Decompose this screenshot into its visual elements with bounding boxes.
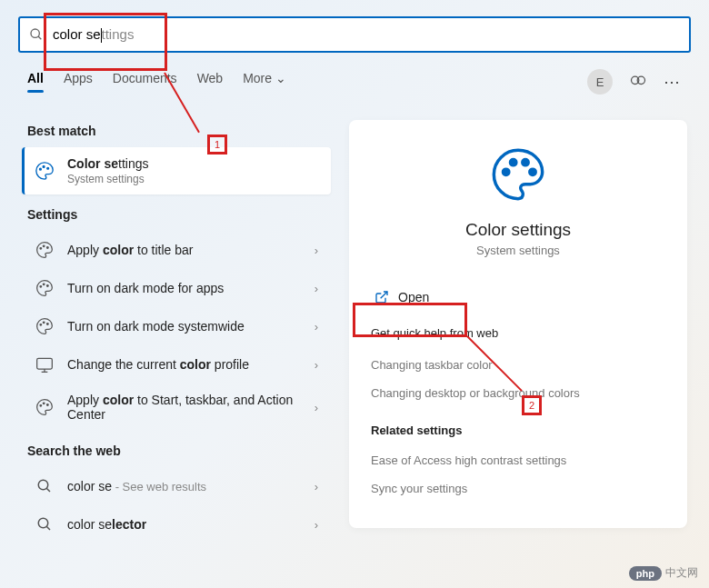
settings-result-item[interactable]: Apply color to title bar›	[22, 231, 331, 269]
svg-point-26	[503, 169, 508, 174]
svg-point-4	[40, 168, 42, 170]
web-result-item[interactable]: color se - See web results›	[22, 467, 331, 505]
svg-point-7	[40, 248, 42, 250]
result-text: Apply color to title bar	[67, 243, 302, 257]
user-avatar[interactable]: E	[587, 69, 613, 95]
svg-point-22	[38, 480, 48, 490]
result-text: color selector	[67, 517, 302, 532]
search-icon	[29, 27, 44, 42]
open-button[interactable]: Open	[371, 283, 665, 312]
svg-point-20	[43, 403, 45, 404]
result-text: Apply color to Start, taskbar, and Actio…	[67, 393, 302, 422]
related-settings-title: Related settings	[371, 424, 665, 437]
more-options-icon[interactable]: ⋯	[664, 73, 682, 91]
settings-result-item[interactable]: Turn on dark mode systemwide›	[22, 307, 331, 345]
svg-point-15	[47, 324, 49, 325]
best-match-text: Color settings System settings	[67, 156, 318, 185]
chevron-right-icon: ›	[315, 282, 318, 295]
settings-result-item[interactable]: Change the current color profile›	[22, 345, 331, 384]
chevron-down-icon: ⌄	[275, 71, 286, 85]
tab-more[interactable]: More ⌄	[243, 71, 286, 93]
palette-icon	[35, 278, 55, 298]
svg-point-14	[43, 322, 45, 324]
help-link[interactable]: Changing taskbar color	[371, 351, 665, 379]
svg-rect-16	[37, 358, 53, 369]
svg-point-9	[47, 247, 49, 249]
preview-title: Color settings	[371, 220, 665, 240]
web-result-item[interactable]: color selector›	[22, 505, 331, 543]
svg-point-28	[523, 159, 528, 164]
svg-point-11	[43, 284, 45, 285]
tab-all[interactable]: All	[27, 71, 44, 93]
palette-icon	[35, 240, 55, 260]
related-link[interactable]: Sync your settings	[371, 474, 665, 503]
search-input[interactable]: color settings	[53, 26, 134, 43]
chevron-right-icon: ›	[315, 401, 318, 414]
preview-panel: Color settings System settings Open Get …	[349, 120, 687, 528]
svg-line-1	[38, 36, 41, 39]
svg-point-12	[47, 285, 49, 287]
result-text: Change the current color profile	[67, 357, 302, 372]
palette-icon	[35, 397, 55, 417]
svg-point-8	[43, 245, 45, 247]
svg-point-19	[40, 405, 42, 407]
chevron-right-icon: ›	[315, 518, 318, 532]
svg-point-13	[40, 324, 42, 326]
tab-web[interactable]: Web	[197, 71, 224, 93]
watermark: php 中文网	[629, 565, 698, 581]
search-web-title: Search the web	[27, 443, 331, 458]
best-match-title: Best match	[27, 124, 331, 138]
svg-point-0	[31, 29, 39, 37]
svg-point-21	[47, 404, 49, 406]
filter-tabs: All Apps Documents Web More ⌄ E ⋯	[0, 53, 709, 95]
settings-result-item[interactable]: Turn on dark mode for apps›	[22, 269, 331, 307]
palette-icon	[35, 161, 55, 181]
help-link[interactable]: Changing desktop or background colors	[371, 379, 665, 407]
svg-point-6	[47, 167, 49, 169]
search-icon	[35, 514, 55, 534]
svg-point-24	[38, 518, 48, 528]
chevron-right-icon: ›	[315, 480, 318, 493]
monitor-icon	[35, 354, 55, 374]
svg-line-25	[46, 526, 50, 530]
result-text: Turn on dark mode for apps	[67, 281, 302, 295]
best-match-result[interactable]: Color settings System settings	[22, 147, 331, 194]
preview-palette-icon	[371, 145, 665, 204]
quick-help-title: Get quick help from web	[371, 326, 665, 340]
svg-line-30	[381, 292, 387, 298]
settings-result-item[interactable]: Apply color to Start, taskbar, and Actio…	[22, 384, 331, 431]
rewards-icon[interactable]	[629, 73, 647, 91]
svg-point-10	[40, 286, 42, 288]
related-link[interactable]: Ease of Access high contrast settings	[371, 446, 665, 474]
tab-documents[interactable]: Documents	[113, 71, 177, 93]
result-text: Turn on dark mode systemwide	[67, 319, 302, 334]
search-icon	[35, 476, 55, 496]
open-icon	[374, 290, 389, 304]
palette-icon	[35, 316, 55, 336]
svg-point-29	[530, 169, 535, 174]
svg-point-5	[43, 166, 45, 168]
settings-title: Settings	[27, 207, 331, 222]
tab-apps[interactable]: Apps	[64, 71, 93, 93]
search-box[interactable]: color settings	[18, 16, 691, 53]
svg-line-23	[46, 488, 50, 492]
chevron-right-icon: ›	[315, 358, 318, 372]
chevron-right-icon: ›	[315, 320, 318, 334]
preview-subtitle: System settings	[371, 244, 665, 257]
result-text: color se - See web results	[67, 479, 302, 493]
chevron-right-icon: ›	[315, 244, 318, 257]
svg-point-27	[510, 159, 515, 164]
